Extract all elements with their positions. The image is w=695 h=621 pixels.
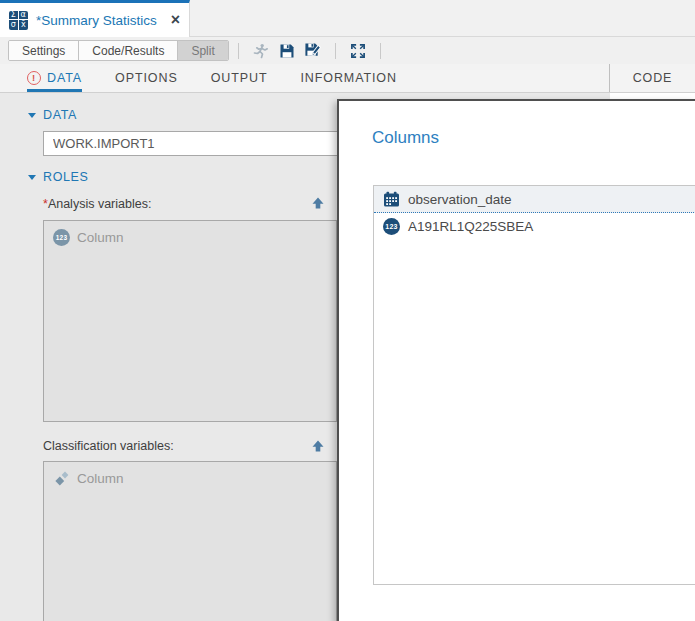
analysis-placeholder-row: 123 Column [44,221,336,246]
task-section-tabs: ! DATA OPTIONS OUTPUT INFORMATION [0,64,610,92]
analysis-placeholder-text: Column [77,230,124,245]
document-tab-summary-statistics[interactable]: Σ α σ x̄ *Summary Statistics × [0,0,190,37]
save-icon[interactable] [274,39,300,62]
add-classification-column-button[interactable] [306,436,330,456]
task-toolbar: Settings Code/Results Split [0,37,695,64]
numeric-column-icon: 123 [53,229,70,246]
run-icon[interactable] [248,39,274,62]
toolbar-separator [238,43,239,59]
tab-data-label: DATA [47,71,82,85]
code-panel-header[interactable]: CODE [610,64,695,92]
tab-output-label: OUTPUT [211,71,268,85]
analysis-variables-listbox[interactable]: 123 Column [43,220,337,422]
task-icon-glyph: Σ [9,11,19,21]
classification-placeholder-row: Column [44,462,336,487]
collapse-triangle-icon [28,113,36,118]
code-results-view-button[interactable]: Code/Results [79,41,178,60]
toolbar-separator [335,43,336,59]
analysis-variables-label-text: Analysis variables: [48,197,152,211]
classification-variables-label-text: Classification variables: [43,439,174,453]
tab-options[interactable]: OPTIONS [115,64,178,92]
column-item-label: observation_date [408,192,512,207]
task-icon-glyph: x̄ [19,20,29,30]
dataset-field[interactable] [43,131,343,156]
data-section-header[interactable]: DATA [28,108,77,122]
summary-statistics-task-icon: Σ α σ x̄ [9,11,28,30]
numeric-column-icon: 123 [383,218,400,235]
columns-list[interactable]: observation_date 123 A191RL1Q225SBEA [373,185,695,585]
task-icon-glyph: σ [9,20,19,30]
tab-information[interactable]: INFORMATION [300,64,396,92]
maximize-icon[interactable] [345,39,371,62]
classification-placeholder-text: Column [77,471,124,486]
data-section-label: DATA [43,108,77,122]
toolbar-separator [380,43,381,59]
task-icon-glyph: α [19,11,29,21]
classification-column-icon [53,470,70,487]
document-tab-title: *Summary Statistics [36,13,157,28]
column-item-observation-date[interactable]: observation_date [374,186,695,213]
split-view-button[interactable]: Split [178,41,227,60]
roles-section-header[interactable]: ROLES [28,170,88,184]
tab-information-label: INFORMATION [300,71,396,85]
task-section-nav: ! DATA OPTIONS OUTPUT INFORMATION CODE [0,64,695,93]
classification-variables-listbox[interactable]: Column [43,461,337,621]
column-item-a191rl1q225sbea[interactable]: 123 A191RL1Q225SBEA [374,213,695,240]
collapse-triangle-icon [28,175,36,180]
roles-section-label: ROLES [43,170,88,184]
settings-view-button[interactable]: Settings [9,41,79,60]
analysis-variables-label: *Analysis variables: [43,197,151,211]
document-tabstrip: Σ α σ x̄ *Summary Statistics × [0,0,695,37]
column-item-label: A191RL1Q225SBEA [408,219,533,234]
columns-dialog-title: Columns [372,128,439,148]
close-icon[interactable]: × [165,12,180,28]
sas-studio-task-window: Σ α σ x̄ *Summary Statistics × Settings … [0,0,695,621]
save-as-icon[interactable] [300,39,326,62]
classification-variables-label: Classification variables: [43,439,174,453]
warning-icon: ! [27,71,41,85]
date-column-icon [383,191,400,208]
columns-dialog: Columns observation_date 123 A191RL1Q2 [337,99,695,621]
tab-output[interactable]: OUTPUT [211,64,268,92]
view-mode-button-group: Settings Code/Results Split [8,40,229,61]
tab-data[interactable]: ! DATA [27,64,82,92]
tab-options-label: OPTIONS [115,71,178,85]
add-analysis-column-button[interactable] [306,193,330,213]
